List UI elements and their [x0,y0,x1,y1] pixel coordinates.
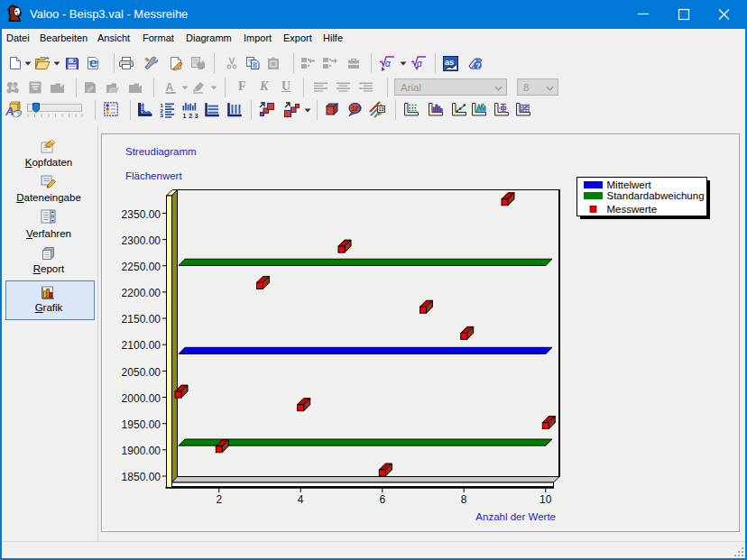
svg-text:10: 10 [540,493,552,506]
svg-text:as: as [445,58,454,67]
svg-text:2350.00: 2350.00 [122,208,161,221]
svg-text:Standardabweichung: Standardabweichung [607,190,705,201]
svg-text:2250.00: 2250.00 [122,261,161,273]
svg-text:2050.00: 2050.00 [122,366,161,379]
svg-text:2100.00: 2100.00 [122,339,161,352]
svg-text:4: 4 [298,493,304,506]
svg-text:?: ? [11,84,14,92]
svg-text:12?: 12? [351,106,361,112]
svg-text:A: A [5,105,14,118]
svg-text:2200.00: 2200.00 [122,287,161,299]
svg-text:13: 13 [379,106,384,112]
svg-text:2: 2 [216,493,222,506]
svg-text:Anzahl der Werte: Anzahl der Werte [475,511,556,522]
svg-text:2150.00: 2150.00 [122,313,161,326]
svg-text:3: 3 [161,113,164,118]
svg-text:A: A [166,81,174,94]
svg-text:Streudiagramm: Streudiagramm [125,146,197,157]
svg-text:6: 6 [379,493,385,506]
svg-text:1900.00: 1900.00 [122,445,161,457]
svg-text:8: 8 [461,493,467,506]
svg-text:2300.00: 2300.00 [122,234,161,247]
svg-text:Messwerte: Messwerte [607,204,658,215]
svg-text:Mittelwert: Mittelwert [607,179,652,190]
svg-text:2000.00: 2000.00 [122,392,161,405]
svg-text:Flächenwert: Flächenwert [125,170,182,181]
svg-text:1850.00: 1850.00 [122,471,161,483]
svg-text:?: ? [475,61,480,70]
svg-text:α: α [385,59,391,69]
svg-text:1950.00: 1950.00 [122,418,161,431]
svg-text:1 2 3: 1 2 3 [183,113,199,119]
